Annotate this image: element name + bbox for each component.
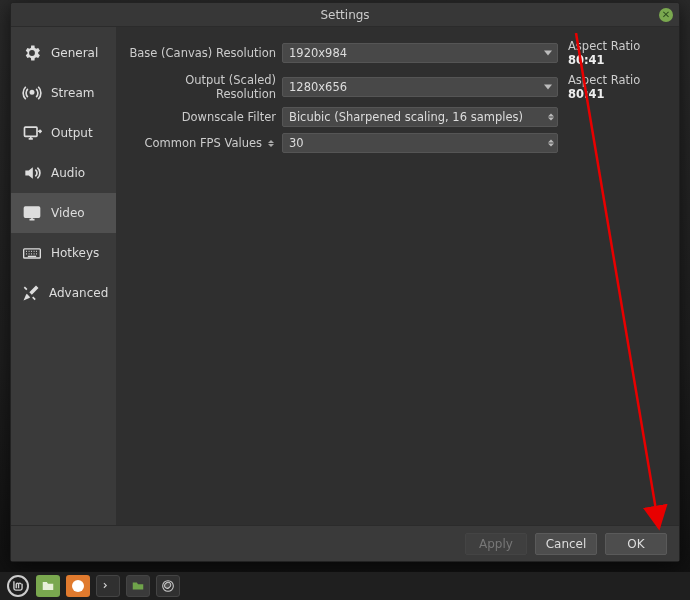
monitor-icon xyxy=(21,202,43,224)
sidebar-item-label: Audio xyxy=(51,166,85,180)
sidebar-item-audio[interactable]: Audio xyxy=(11,153,116,193)
sidebar-item-label: Video xyxy=(51,206,85,220)
monitor-arrow-icon xyxy=(21,122,43,144)
titlebar: Settings ✕ xyxy=(11,3,679,27)
fps-value-select[interactable]: 30 xyxy=(282,133,558,153)
taskbar-firefox-icon[interactable] xyxy=(66,575,90,597)
ok-button[interactable]: OK xyxy=(605,533,667,555)
sidebar: General Stream Output xyxy=(11,27,116,525)
sidebar-item-advanced[interactable]: Advanced xyxy=(11,273,116,313)
speaker-icon xyxy=(21,162,43,184)
taskbar-obs-icon[interactable] xyxy=(156,575,180,597)
svg-point-6 xyxy=(72,580,84,592)
output-resolution-value: 1280x656 xyxy=(289,80,347,94)
fps-mode-stepper[interactable] xyxy=(266,135,276,151)
sidebar-item-stream[interactable]: Stream xyxy=(11,73,116,113)
base-aspect-ratio: Aspect Ratio 80:41 xyxy=(564,39,669,67)
gear-icon xyxy=(21,42,43,64)
mint-logo-icon xyxy=(7,575,29,597)
broadcast-icon xyxy=(21,82,43,104)
base-resolution-value: 1920x984 xyxy=(289,46,347,60)
keyboard-icon xyxy=(21,242,43,264)
sidebar-item-video[interactable]: Video xyxy=(11,193,116,233)
output-aspect-ratio: Aspect Ratio 80:41 xyxy=(564,73,669,101)
downscale-filter-value: Bicubic (Sharpened scaling, 16 samples) xyxy=(289,110,523,124)
base-resolution-combo[interactable]: 1920x984 xyxy=(282,43,558,63)
video-settings-panel: Base (Canvas) Resolution 1920x984 Aspect… xyxy=(116,27,679,525)
apply-button: Apply xyxy=(465,533,527,555)
cancel-button[interactable]: Cancel xyxy=(535,533,597,555)
svg-rect-1 xyxy=(25,127,38,136)
downscale-filter-select[interactable]: Bicubic (Sharpened scaling, 16 samples) xyxy=(282,107,558,127)
sidebar-item-general[interactable]: General xyxy=(11,33,116,73)
sidebar-item-hotkeys[interactable]: Hotkeys xyxy=(11,233,116,273)
output-resolution-label: Output (Scaled) Resolution xyxy=(126,73,276,101)
downscale-filter-label: Downscale Filter xyxy=(126,110,276,124)
taskbar xyxy=(0,572,690,600)
taskbar-folder-icon[interactable] xyxy=(126,575,150,597)
menu-button[interactable] xyxy=(6,575,30,597)
tools-icon xyxy=(21,282,41,304)
settings-window: Settings ✕ General Stream xyxy=(10,2,680,562)
output-resolution-combo[interactable]: 1280x656 xyxy=(282,77,558,97)
sidebar-item-label: Hotkeys xyxy=(51,246,99,260)
close-icon[interactable]: ✕ xyxy=(659,8,673,22)
fps-label: Common FPS Values xyxy=(144,136,262,150)
base-resolution-label: Base (Canvas) Resolution xyxy=(126,46,276,60)
sidebar-item-output[interactable]: Output xyxy=(11,113,116,153)
svg-point-0 xyxy=(30,91,33,94)
fps-value: 30 xyxy=(289,136,304,150)
sidebar-item-label: Stream xyxy=(51,86,94,100)
stepper-arrows-icon xyxy=(548,114,554,121)
svg-rect-2 xyxy=(25,207,40,217)
sidebar-item-label: Advanced xyxy=(49,286,108,300)
taskbar-terminal-icon[interactable] xyxy=(96,575,120,597)
taskbar-files-icon[interactable] xyxy=(36,575,60,597)
stepper-arrows-icon xyxy=(548,140,554,147)
window-title: Settings xyxy=(320,8,369,22)
sidebar-item-label: General xyxy=(51,46,98,60)
sidebar-item-label: Output xyxy=(51,126,93,140)
dialog-footer: Apply Cancel OK xyxy=(11,525,679,561)
